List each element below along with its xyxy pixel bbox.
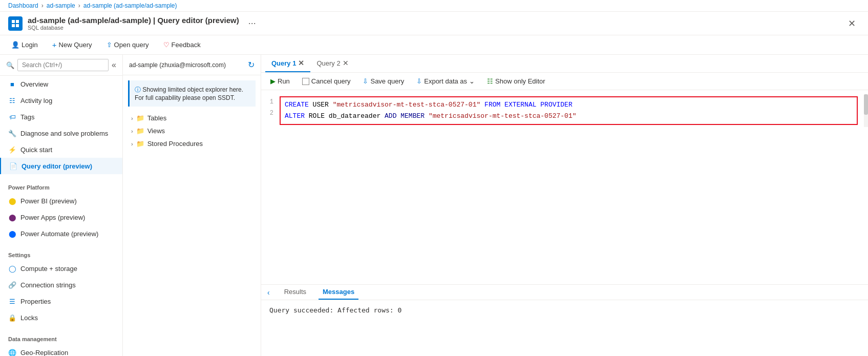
tree-item-tables[interactable]: › 📁 Tables [123,112,261,124]
top-bar: ad-sample (ad-sample/ad-sample) | Query … [0,12,868,35]
tree-item-views[interactable]: › 📁 Views [123,124,261,137]
tab-close-query2[interactable]: ✕ [343,59,349,67]
collapse-results-icon[interactable]: ‹ [265,285,272,300]
chevron-right-icon: › [131,128,133,134]
query-panel: Query 1 ✕ Query 2 ✕ ▶ Run Cancel query [261,55,868,356]
svg-rect-3 [16,24,19,27]
sidebar-item-power-bi[interactable]: ⬤ Power BI (preview) [0,193,122,209]
sidebar-item-compute-storage[interactable]: ◯ Compute + storage [0,260,122,277]
search-icon: 🔍 [6,61,14,69]
list-icon: ☷ [8,96,16,104]
sidebar: 🔍 « ■ Overview ☷ Activity log 🏷 Tags 🔧 D… [0,55,123,356]
section-data-management: Data management [0,332,122,344]
line-numbers: 1 2 [261,96,280,125]
results-content: Query succeeded: Affected rows: 0 [261,300,868,320]
tab-query1[interactable]: Query 1 ✕ [265,55,310,72]
link-icon: 🔗 [8,281,16,289]
results-panel: ‹ Results Messages Query succeeded: Affe… [261,284,868,356]
app-icon [8,16,23,31]
query-actions: ▶ Run Cancel query ⇩ Save query ⇩ Export… [261,73,868,90]
search-input[interactable] [17,59,109,71]
toolbar: 👤 Login + New Query ⇧ Open query ♡ Feedb… [0,35,868,55]
breadcrumb-ad-sample[interactable]: ad-sample [47,2,75,9]
cancel-query-button[interactable]: Cancel query [299,76,354,87]
plus-icon: + [52,40,57,49]
svg-rect-0 [12,20,15,23]
sidebar-item-overview[interactable]: ■ Overview [0,76,122,92]
open-query-button[interactable]: ⇧ Open query [103,39,152,51]
chevron-right-icon: › [131,115,133,121]
collapse-icon[interactable]: « [112,60,116,70]
breadcrumb-dashboard[interactable]: Dashboard [8,2,38,9]
sidebar-item-locks[interactable]: 🔒 Locks [0,309,122,326]
upload-icon: ⇧ [107,41,112,49]
compute-icon: ◯ [8,264,16,273]
export-data-button[interactable]: ⇩ Export data as ⌄ [413,76,478,87]
sidebar-item-quick-start[interactable]: ⚡ Quick start [0,141,122,158]
info-box: ⓘ Showing limited object explorer here. … [128,80,256,107]
login-button[interactable]: 👤 Login [8,39,41,51]
results-message: Query succeeded: Affected rows: 0 [269,306,401,314]
lock-icon: 🔒 [8,313,16,322]
sidebar-item-power-apps[interactable]: ⬤ Power Apps (preview) [0,209,122,225]
database-icon: 📄 [9,162,17,170]
rocket-icon: ⚡ [8,145,16,154]
show-only-editor-button[interactable]: ☷ Show only Editor [484,76,548,87]
folder-icon: 📁 [136,114,144,122]
person-icon: 👤 [11,41,19,49]
heart-icon: ♡ [163,41,170,49]
query-tabs: Query 1 ✕ Query 2 ✕ [261,55,868,73]
export-icon: ⇩ [416,77,422,85]
more-icon[interactable]: ··· [248,18,256,29]
sidebar-item-connection-strings[interactable]: 🔗 Connection strings [0,277,122,293]
sidebar-item-activity-log[interactable]: ☷ Activity log [0,92,122,109]
tree-item-stored-procedures[interactable]: › 📁 Stored Procedures [123,137,261,150]
page-title: ad-sample (ad-sample/ad-sample) | Query … [28,16,239,25]
powerbi-icon: ⬤ [8,197,16,205]
grid-icon: ☷ [487,77,493,85]
svg-rect-1 [16,20,19,23]
breadcrumb: Dashboard › ad-sample › ad-sample (ad-sa… [0,0,868,12]
home-icon: ■ [8,80,16,88]
db-name: ad-sample (zhuxia@microsoft.com) [129,61,226,69]
powerapps-icon: ⬤ [8,213,16,221]
tab-query2[interactable]: Query 2 ✕ [310,55,354,72]
info-icon: ⓘ [135,86,141,93]
folder-icon: 📁 [136,127,144,135]
run-button[interactable]: ▶ Run [267,76,293,87]
download-icon: ⇩ [363,77,368,85]
main-layout: 🔍 « ■ Overview ☷ Activity log 🏷 Tags 🔧 D… [0,55,868,356]
section-settings: Settings [0,248,122,260]
save-query-button[interactable]: ⇩ Save query [359,76,407,87]
code-editor[interactable]: 1 2 CREATE USER "metricsadvisor-mt-test-… [261,90,868,284]
results-tabs: ‹ Results Messages [261,285,868,300]
chevron-right-icon: › [131,141,133,147]
close-button[interactable]: ✕ [844,16,860,31]
feedback-button[interactable]: ♡ Feedback [160,39,204,51]
folder-icon: 📁 [136,140,144,148]
scrollbar-thumb [864,94,868,115]
sidebar-item-geo-replication[interactable]: 🌐 Geo-Replication [0,344,122,356]
code-line-1: CREATE USER "metricsadvisor-mt-test-stca… [285,99,853,111]
breadcrumb-ad-sample-full[interactable]: ad-sample (ad-sample/ad-sample) [83,2,177,9]
sidebar-item-properties[interactable]: ☰ Properties [0,293,122,309]
sidebar-item-diagnose[interactable]: 🔧 Diagnose and solve problems [0,125,122,141]
tab-results[interactable]: Results [280,285,310,300]
refresh-icon[interactable]: ↻ [248,60,255,70]
tab-messages[interactable]: Messages [319,285,358,300]
sidebar-item-power-automate[interactable]: ⬤ Power Automate (preview) [0,225,122,242]
wrench-icon: 🔧 [8,129,16,137]
highlighted-code-block: CREATE USER "metricsadvisor-mt-test-stca… [280,96,858,125]
sidebar-item-query-editor[interactable]: 📄 Query editor (preview) [0,158,122,174]
new-query-button[interactable]: + New Query [49,38,95,51]
sidebar-item-tags[interactable]: 🏷 Tags [0,109,122,125]
content-area: ad-sample (zhuxia@microsoft.com) ↻ ⓘ Sho… [123,55,868,356]
svg-rect-2 [12,24,15,27]
cancel-checkbox [302,78,309,85]
chevron-down-icon: ⌄ [469,77,475,85]
page-subtitle: SQL database [28,25,239,31]
globe-icon: 🌐 [8,348,16,356]
section-power-platform: Power Platform [0,180,122,193]
tab-close-query1[interactable]: ✕ [298,59,304,67]
powerautomate-icon: ⬤ [8,229,16,238]
